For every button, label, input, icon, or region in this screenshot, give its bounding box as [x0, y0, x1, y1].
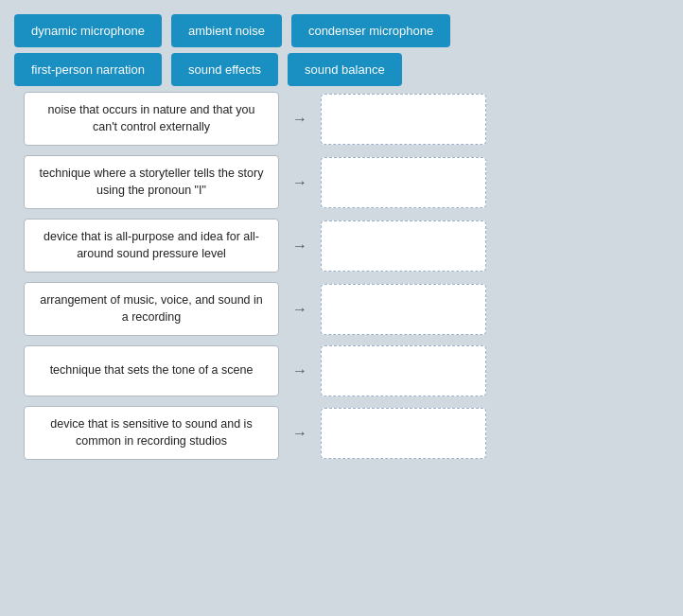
- tag-ambient-noise[interactable]: ambient noise: [171, 14, 282, 47]
- arrow-2: →: [287, 174, 313, 191]
- answer-box-2[interactable]: [321, 157, 486, 208]
- definition-box-3: device that is all-purpose and idea for …: [24, 219, 279, 273]
- answer-box-3[interactable]: [321, 220, 486, 272]
- definition-box-2: technique where a storyteller tells the …: [24, 155, 279, 209]
- tag-dynamic-microphone[interactable]: dynamic microphone: [14, 14, 162, 47]
- definition-box-5: technique that sets the tone of a scene: [24, 345, 279, 396]
- matching-section: noise that occurs in nature and that you…: [14, 92, 669, 460]
- tag-sound-balance[interactable]: sound balance: [288, 53, 402, 86]
- match-row-1: noise that occurs in nature and that you…: [24, 92, 669, 146]
- match-row-5: technique that sets the tone of a scene …: [24, 345, 669, 396]
- tag-condenser-microphone[interactable]: condenser microphone: [291, 14, 450, 47]
- definition-box-4: arrangement of music, voice, and sound i…: [24, 282, 279, 336]
- match-row-6: device that is sensitive to sound and is…: [24, 406, 669, 460]
- arrow-6: →: [287, 425, 313, 442]
- definition-box-1: noise that occurs in nature and that you…: [24, 92, 279, 146]
- definition-box-6: device that is sensitive to sound and is…: [24, 406, 279, 460]
- match-row-3: device that is all-purpose and idea for …: [24, 219, 669, 273]
- arrow-3: →: [287, 238, 313, 255]
- tag-sound-effects[interactable]: sound effects: [171, 53, 278, 86]
- arrow-4: →: [287, 301, 313, 318]
- answer-box-4[interactable]: [321, 284, 486, 335]
- arrow-1: →: [287, 111, 313, 128]
- answer-box-6[interactable]: [321, 408, 486, 459]
- top-section: dynamic microphone ambient noise condens…: [14, 14, 669, 86]
- match-row-4: arrangement of music, voice, and sound i…: [24, 282, 669, 336]
- match-row-2: technique where a storyteller tells the …: [24, 155, 669, 209]
- arrow-5: →: [287, 362, 313, 379]
- tag-first-person-narration[interactable]: first-person narration: [14, 53, 162, 86]
- answer-box-5[interactable]: [321, 345, 486, 396]
- answer-box-1[interactable]: [321, 94, 486, 145]
